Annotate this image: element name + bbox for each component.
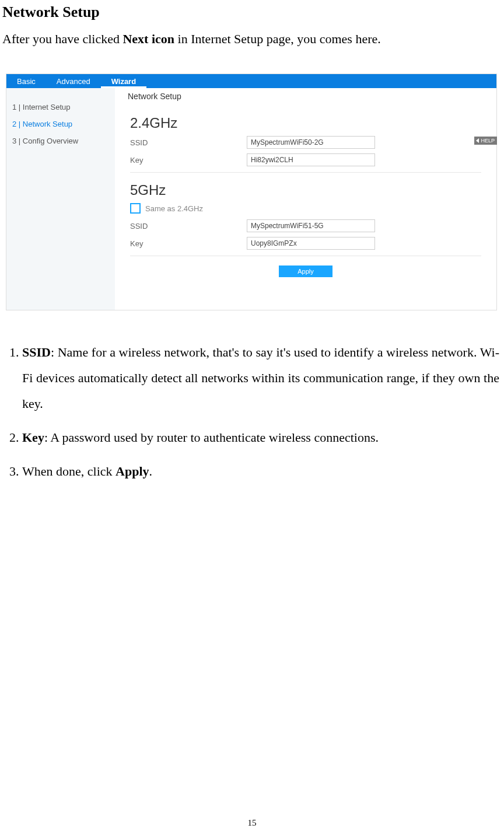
label-5-key: Key — [130, 239, 247, 248]
input-24-key[interactable] — [247, 153, 375, 166]
label-same-as-24: Same as 2.4GHz — [145, 204, 203, 213]
li1-bold: SSID — [22, 345, 51, 359]
intro-bold: Next icon — [123, 32, 174, 46]
list-item-2: Key: A password used by router to authen… — [22, 425, 499, 450]
label-24-key: Key — [130, 156, 247, 165]
li1-text: : Name for a wireless network, that's to… — [22, 345, 499, 411]
top-tab-bar: Basic Advanced Wizard — [6, 74, 496, 88]
main-panel: Network Setup 2.4GHz SSID Key 5GHz Same … — [115, 88, 496, 310]
heading-5ghz: 5GHz — [130, 182, 481, 198]
panel-title: Network Setup — [128, 92, 481, 101]
sidebar-item-network-setup[interactable]: 2 | Network Setup — [6, 116, 115, 132]
same-as-24-row[interactable]: Same as 2.4GHz — [130, 203, 481, 214]
li2-bold: Key — [22, 430, 44, 445]
input-5-key[interactable] — [247, 237, 375, 250]
li2-text: : A password used by router to authentic… — [44, 430, 379, 445]
li3-pre: When done, click — [22, 464, 116, 478]
apply-button[interactable]: Apply — [279, 265, 332, 277]
sidebar-item-config-overview[interactable]: 3 | Config Overview — [6, 132, 115, 149]
input-5-ssid[interactable] — [247, 219, 375, 232]
list-item-3: When done, click Apply. — [22, 459, 499, 484]
intro-text-post: in Internet Setup page, you comes here. — [174, 32, 381, 46]
heading-24ghz: 2.4GHz — [130, 115, 481, 131]
label-24-ssid: SSID — [130, 138, 247, 147]
input-24-ssid[interactable] — [247, 136, 375, 149]
label-5-ssid: SSID — [130, 222, 247, 230]
intro-text-pre: After you have clicked — [2, 32, 123, 46]
divider — [130, 172, 481, 173]
checkbox-same-as-24[interactable] — [130, 203, 141, 214]
tab-basic[interactable]: Basic — [6, 74, 46, 88]
list-item-1: SSID: Name for a wireless network, that'… — [22, 340, 499, 417]
tab-wizard[interactable]: Wizard — [101, 74, 147, 88]
router-screenshot: Basic Advanced Wizard HELP 1 | Internet … — [6, 74, 497, 310]
wizard-sidebar: 1 | Internet Setup 2 | Network Setup 3 |… — [6, 88, 115, 310]
description-list: SSID: Name for a wireless network, that'… — [2, 340, 499, 484]
page-number: 15 — [0, 818, 504, 828]
intro-paragraph: After you have clicked Next icon in Inte… — [2, 32, 499, 47]
sidebar-item-internet-setup[interactable]: 1 | Internet Setup — [6, 99, 115, 116]
li3-post: . — [149, 464, 153, 478]
divider — [130, 256, 481, 256]
tab-advanced[interactable]: Advanced — [46, 74, 101, 88]
li3-bold: Apply — [116, 464, 149, 478]
page-title: Network Setup — [2, 4, 499, 21]
